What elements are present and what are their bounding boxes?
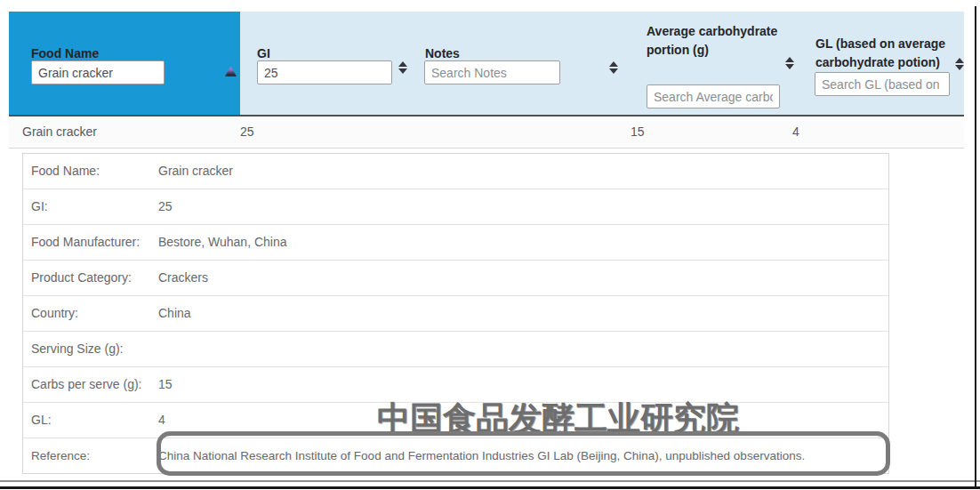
gi-filter-input[interactable] [257, 60, 392, 84]
table-row[interactable]: Grain cracker 25 15 4 [9, 116, 964, 149]
sort-updown-icon[interactable] [398, 61, 407, 74]
gl-column-label: GL (based on average carbohydrate potion… [815, 35, 958, 72]
detail-value: Grain cracker [158, 154, 888, 189]
detail-label: Food Manufacturer: [23, 225, 158, 260]
detail-row-country: Country: China [23, 296, 888, 332]
column-header-gl[interactable]: GL (based on average carbohydrate potion… [798, 12, 964, 116]
detail-label: Carbs per serve (g): [23, 367, 158, 402]
page-bottom-divider [0, 480, 980, 482]
watermark-text: 中国食品发酵工业研究院 [377, 397, 739, 441]
detail-row-serving-size: Serving Size (g): [23, 332, 888, 367]
detail-label: GI: [23, 189, 158, 224]
detail-label: Product Category: [23, 261, 158, 295]
detail-row-gi: GI: 25 [23, 189, 888, 225]
detail-value: Crackers [158, 261, 888, 295]
window-frame-bottom [0, 486, 980, 489]
detail-value: China [158, 296, 888, 331]
sort-updown-icon[interactable] [609, 61, 618, 74]
detail-value [158, 332, 888, 366]
column-header-food-name[interactable]: Food Name [9, 12, 240, 116]
column-header-notes[interactable]: Notes [409, 12, 623, 116]
row-gi: 25 [240, 116, 254, 148]
row-gl: 4 [792, 116, 799, 148]
detail-value: China National Research Institute of Foo… [158, 438, 888, 474]
detail-label: GL: [23, 403, 158, 438]
detail-label: Reference: [23, 438, 158, 474]
row-food-name: Grain cracker [22, 116, 97, 148]
filter-header: Food Name GI Notes Average carbohydrate … [9, 12, 964, 116]
sort-ascending-icon[interactable] [225, 66, 237, 76]
sort-updown-icon[interactable] [955, 58, 964, 70]
detail-value: 25 [158, 189, 888, 224]
detail-row-food-name: Food Name: Grain cracker [23, 154, 888, 189]
column-header-gi[interactable]: GI [240, 12, 409, 116]
window-frame-right [975, 6, 976, 489]
notes-filter-input[interactable] [424, 60, 560, 84]
detail-label: Serving Size (g): [23, 332, 158, 366]
food-name-filter-input[interactable] [31, 60, 165, 84]
detail-row-manufacturer: Food Manufacturer: Bestore, Wuhan, China [23, 225, 888, 261]
avg-carb-filter-input[interactable] [647, 84, 780, 108]
row-avg-carb: 15 [631, 116, 645, 148]
detail-row-reference: Reference: China National Research Insti… [23, 438, 888, 474]
detail-label: Country: [23, 296, 158, 331]
sort-updown-icon[interactable] [785, 57, 794, 69]
gl-filter-input[interactable] [815, 72, 950, 96]
detail-value: Bestore, Wuhan, China [158, 225, 888, 260]
avg-carb-column-label: Average carbohydrate portion (g) [647, 22, 782, 60]
detail-row-category: Product Category: Crackers [23, 261, 888, 296]
detail-label: Food Name: [23, 154, 158, 189]
column-header-avg-carb[interactable]: Average carbohydrate portion (g) [623, 12, 798, 116]
